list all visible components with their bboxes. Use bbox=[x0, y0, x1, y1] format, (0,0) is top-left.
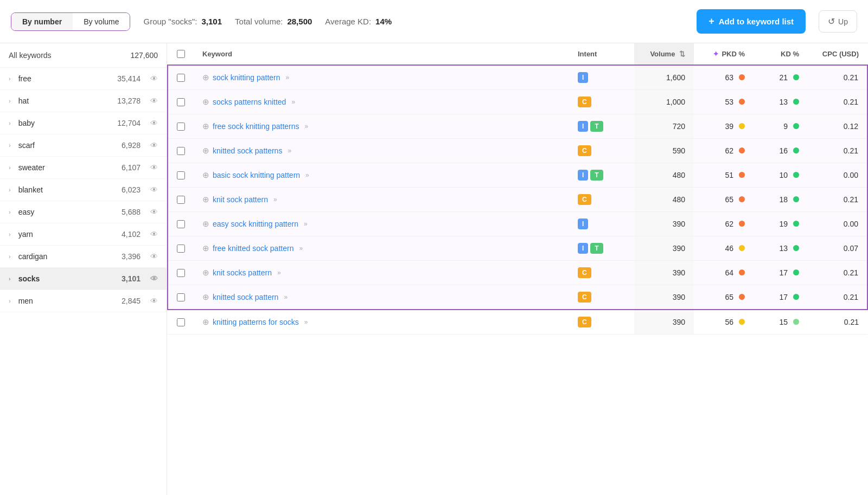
total-volume: 28,500 bbox=[287, 17, 312, 26]
pkd-dot bbox=[739, 74, 745, 80]
chevron-icon: › bbox=[9, 142, 11, 149]
keyword-link[interactable]: ⊕ knitted sock pattern » bbox=[202, 292, 560, 302]
cpc-cell: 0.21 bbox=[808, 310, 867, 335]
add-circle-icon[interactable]: ⊕ bbox=[202, 170, 209, 180]
sidebar-item-name: sweater bbox=[18, 163, 116, 172]
kd-cell: 10 bbox=[754, 163, 808, 188]
add-circle-icon[interactable]: ⊕ bbox=[202, 97, 209, 107]
eye-icon[interactable]: 👁 bbox=[150, 74, 158, 83]
add-circle-icon[interactable]: ⊕ bbox=[202, 146, 209, 156]
row-checkbox[interactable] bbox=[177, 171, 185, 179]
pkd-cell: 51 bbox=[694, 163, 754, 188]
sidebar-item-men[interactable]: › men 2,845 👁 bbox=[0, 290, 167, 312]
eye-icon[interactable]: 👁 bbox=[150, 252, 158, 261]
keyword-link[interactable]: ⊕ knit socks pattern » bbox=[202, 268, 560, 278]
keyword-link[interactable]: ⊕ knit sock pattern » bbox=[202, 195, 560, 204]
keyword-link[interactable]: ⊕ knitted sock patterns » bbox=[202, 146, 560, 156]
add-circle-icon[interactable]: ⊕ bbox=[202, 73, 209, 82]
keyword-link[interactable]: ⊕ easy sock knitting pattern » bbox=[202, 219, 560, 229]
tab-by-number[interactable]: By number bbox=[11, 13, 73, 30]
keyword-cell: ⊕ knit sock pattern » bbox=[194, 188, 569, 212]
add-circle-icon[interactable]: ⊕ bbox=[202, 219, 209, 229]
eye-icon[interactable]: 👁 bbox=[150, 274, 158, 283]
sidebar-item-count: 13,278 bbox=[117, 97, 141, 105]
keyword-link[interactable]: ⊕ sock knitting pattern » bbox=[202, 73, 560, 82]
row-checkbox[interactable] bbox=[177, 220, 185, 228]
row-checkbox[interactable] bbox=[177, 245, 185, 253]
pkd-dot bbox=[739, 196, 745, 202]
drill-arrows-icon: » bbox=[284, 293, 288, 301]
sidebar-item-easy[interactable]: › easy 5,688 👁 bbox=[0, 201, 167, 223]
drill-arrows-icon: » bbox=[286, 74, 290, 81]
sidebar-item-socks[interactable]: › socks 3,101 👁 bbox=[0, 268, 167, 290]
add-circle-icon[interactable]: ⊕ bbox=[202, 292, 209, 302]
chevron-icon: › bbox=[9, 253, 11, 260]
sidebar-item-free[interactable]: › free 35,414 👁 bbox=[0, 68, 167, 90]
row-checkbox[interactable] bbox=[177, 293, 185, 301]
tab-by-volume[interactable]: By volume bbox=[73, 13, 130, 30]
keyword-link[interactable]: ⊕ free sock knitting patterns » bbox=[202, 121, 560, 131]
select-all-checkbox[interactable] bbox=[177, 50, 185, 58]
row-checkbox[interactable] bbox=[177, 98, 185, 106]
add-to-keyword-list-button[interactable]: + Add to keyword list bbox=[697, 9, 806, 34]
sidebar-item-yarn[interactable]: › yarn 4,102 👁 bbox=[0, 223, 167, 246]
drill-arrows-icon: » bbox=[291, 98, 295, 106]
row-checkbox[interactable] bbox=[177, 269, 185, 277]
row-checkbox[interactable] bbox=[177, 74, 185, 82]
eye-icon[interactable]: 👁 bbox=[150, 208, 158, 216]
volume-cell: 1,000 bbox=[634, 90, 694, 114]
keyword-link[interactable]: ⊕ free knitted sock pattern » bbox=[202, 243, 560, 253]
row-checkbox-cell bbox=[168, 114, 194, 139]
keyword-link[interactable]: ⊕ basic sock knitting pattern » bbox=[202, 170, 560, 180]
eye-icon[interactable]: 👁 bbox=[150, 119, 158, 127]
table-row: ⊕ knit socks pattern » C 390 64 17 0.21 bbox=[168, 261, 867, 285]
pkd-cell: 53 bbox=[694, 90, 754, 114]
keyword-cell: ⊕ easy sock knitting pattern » bbox=[194, 212, 569, 236]
sidebar-item-hat[interactable]: › hat 13,278 👁 bbox=[0, 90, 167, 112]
col-header-cpc: CPC (USD) bbox=[808, 43, 867, 65]
add-circle-icon[interactable]: ⊕ bbox=[202, 243, 209, 253]
row-checkbox[interactable] bbox=[177, 147, 185, 155]
sidebar-item-cardigan[interactable]: › cardigan 3,396 👁 bbox=[0, 246, 167, 268]
eye-icon[interactable]: 👁 bbox=[150, 163, 158, 172]
kd-dot bbox=[793, 221, 799, 227]
eye-icon[interactable]: 👁 bbox=[150, 297, 158, 305]
add-circle-icon[interactable]: ⊕ bbox=[202, 268, 209, 278]
sidebar-item-baby[interactable]: › baby 12,704 👁 bbox=[0, 112, 167, 134]
eye-icon[interactable]: 👁 bbox=[150, 97, 158, 105]
row-checkbox-cell bbox=[168, 163, 194, 188]
sidebar-item-blanket[interactable]: › blanket 6,023 👁 bbox=[0, 179, 167, 201]
eye-icon[interactable]: 👁 bbox=[150, 230, 158, 239]
add-circle-icon[interactable]: ⊕ bbox=[202, 121, 209, 131]
sidebar-item-scarf[interactable]: › scarf 6,928 👁 bbox=[0, 134, 167, 157]
add-circle-icon[interactable]: ⊕ bbox=[202, 195, 209, 204]
row-checkbox[interactable] bbox=[177, 123, 185, 131]
col-header-volume[interactable]: Volume ⇅ bbox=[634, 43, 694, 65]
sidebar-item-sweater[interactable]: › sweater 6,107 👁 bbox=[0, 157, 167, 179]
intent-badges: IT bbox=[578, 121, 626, 132]
add-circle-icon[interactable]: ⊕ bbox=[202, 317, 209, 327]
row-checkbox[interactable] bbox=[177, 196, 185, 204]
add-button-label: Add to keyword list bbox=[719, 17, 794, 26]
sidebar-item-name: cardigan bbox=[18, 252, 116, 261]
col-header-kd: KD % bbox=[754, 43, 808, 65]
intent-badge-I: I bbox=[578, 72, 588, 83]
eye-icon[interactable]: 👁 bbox=[150, 141, 158, 150]
intent-badges: C bbox=[578, 145, 626, 156]
kd-cell: 21 bbox=[754, 65, 808, 90]
row-checkbox[interactable] bbox=[177, 318, 185, 326]
chevron-icon: › bbox=[9, 231, 11, 237]
keyword-link[interactable]: ⊕ knitting patterns for socks » bbox=[202, 317, 560, 327]
col-header-keyword: Keyword bbox=[194, 43, 569, 65]
volume-cell: 390 bbox=[634, 310, 694, 335]
intent-cell: I bbox=[569, 212, 634, 236]
keyword-link[interactable]: ⊕ socks patterns knitted » bbox=[202, 97, 560, 107]
drill-arrows-icon: » bbox=[305, 171, 309, 179]
table-row: ⊕ knitted sock pattern » C 390 65 17 0.2… bbox=[168, 285, 867, 310]
eye-icon[interactable]: 👁 bbox=[150, 185, 158, 194]
volume-cell: 480 bbox=[634, 188, 694, 212]
update-button[interactable]: ↺ Up bbox=[819, 10, 857, 33]
cpc-cell: 0.07 bbox=[808, 236, 867, 261]
all-keywords-count: 127,600 bbox=[130, 51, 158, 60]
kd-dot bbox=[793, 74, 799, 80]
